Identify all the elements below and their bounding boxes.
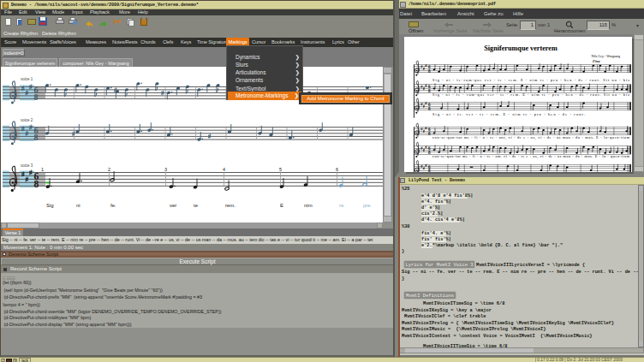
svg-text:Sig: Sig [46,203,54,208]
svg-text:Fine: Fine [593,59,600,63]
svg-text:5: 5 [279,167,282,172]
svg-text:8: 8 [428,168,431,172]
svg-text:8: 8 [428,131,431,136]
svg-text:con-se-qun-tur me - li - o - r: con-se-qun-tur me - li - o - re - ant, v… [432,135,630,140]
svg-text:6: 6 [336,167,338,172]
svg-text:3: 3 [164,167,167,172]
svg-text:nim: nim [304,203,313,208]
svg-text:8: 8 [428,150,431,155]
svg-text:voice 2: voice 2 [21,118,33,122]
svg-text:2: 2 [108,167,110,172]
svg-text:8: 8 [34,92,39,102]
svg-text:Sig - ni - fe-rum-que ver -: Sig - ni - fe-rum-que ver - te - rem. E … [432,78,629,82]
svg-text:8: 8 [34,133,39,142]
svg-text:4: 4 [223,167,225,172]
svg-text:E: E [280,203,283,208]
svg-text:rem.: rem. [225,203,236,208]
svg-text:1: 1 [41,167,44,172]
svg-text:Sig - ni - fe - rum-que ve: Sig - ni - fe - rum-que ver - te - rem. … [432,92,629,97]
svg-text:8: 8 [428,68,431,74]
svg-text:8: 8 [428,88,431,93]
svg-text:voice 1: voice 1 [21,77,33,81]
svg-text:te: te [194,203,199,208]
svg-text:Sig - ni - fe. ver -: Sig - ni - fe. ver - te - rem. E - nim r… [432,112,585,116]
svg-text:8: 8 [34,179,39,189]
svg-text:voice 3: voice 3 [21,163,33,168]
svg-text:con-se-qun-tur me - li - o - r: con-se-qun-tur me - li - o - re - am. vi… [432,154,630,159]
svg-text:ver: ver [170,203,176,208]
svg-text:8: 8 [428,106,431,111]
svg-text:re: re [339,203,344,208]
svg-text:ni: ni [76,203,80,208]
svg-text:pre: pre [363,203,371,208]
svg-text:fe.: fe. [110,203,116,208]
